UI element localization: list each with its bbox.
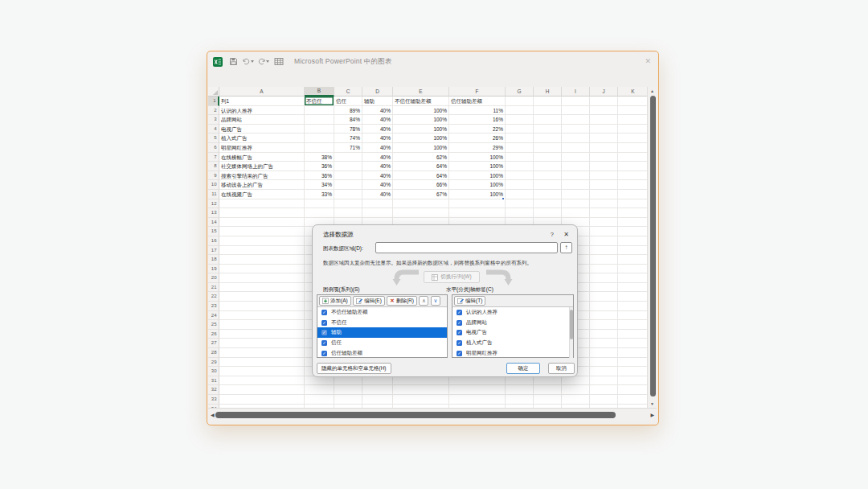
series-item-4[interactable]: ✓信任辅助差额 (317, 348, 447, 359)
cell-D7[interactable]: 40% (362, 153, 393, 162)
cell-A31[interactable] (219, 376, 305, 386)
cell-A26[interactable] (219, 330, 305, 339)
cell-A17[interactable] (219, 246, 305, 256)
row-header-5[interactable]: 5 (208, 134, 219, 143)
cell-K27[interactable] (618, 339, 649, 348)
cell-K28[interactable] (618, 348, 649, 358)
cell-K30[interactable] (618, 367, 649, 376)
cell-I10[interactable] (562, 180, 590, 190)
horizontal-scrollbar[interactable]: ◀ ▶ (208, 408, 657, 421)
cell-K11[interactable] (618, 190, 649, 199)
cell-K3[interactable] (618, 115, 649, 125)
checkbox[interactable]: ✓ (321, 310, 327, 315)
row-header-12[interactable]: 12 (208, 199, 219, 209)
cell-G4[interactable] (506, 125, 534, 134)
row-header-31[interactable]: 31 (208, 376, 219, 386)
cell-J26[interactable] (590, 330, 618, 339)
cell-K2[interactable] (618, 106, 649, 116)
cell-A23[interactable] (219, 302, 305, 311)
cell-F32[interactable] (449, 385, 506, 395)
cell-B2[interactable] (305, 106, 334, 116)
row-header-8[interactable]: 8 (208, 162, 219, 171)
cell-C7[interactable] (334, 153, 362, 162)
cell-J32[interactable] (590, 385, 618, 395)
cell-B6[interactable] (305, 143, 334, 153)
cell-C10[interactable] (334, 180, 362, 190)
cell-B4[interactable] (305, 125, 334, 134)
cell-E5[interactable]: 100% (393, 134, 449, 143)
cell-G12[interactable] (506, 199, 534, 209)
cell-C9[interactable] (334, 171, 362, 181)
cell-B7[interactable]: 38% (305, 153, 334, 162)
cell-C32[interactable] (334, 385, 362, 395)
edit-categories-button[interactable]: 编辑(T) (454, 296, 485, 306)
cell-E31[interactable] (393, 376, 449, 386)
cell-K22[interactable] (618, 292, 649, 302)
cell-K32[interactable] (618, 385, 649, 395)
move-up-icon[interactable]: ∧ (419, 296, 428, 306)
cell-E1[interactable]: 不信任辅助差额 (393, 97, 449, 106)
row-header-19[interactable]: 19 (208, 265, 219, 274)
cell-G1[interactable] (506, 97, 534, 106)
cell-I3[interactable] (562, 115, 590, 125)
column-header-E[interactable]: E (393, 87, 449, 97)
cell-E4[interactable]: 100% (393, 125, 449, 134)
cell-I32[interactable] (562, 385, 590, 395)
cell-I13[interactable] (562, 208, 590, 218)
cell-K1[interactable] (618, 97, 649, 106)
cell-A27[interactable] (219, 339, 305, 348)
cell-F10[interactable]: 100% (449, 180, 506, 190)
checkbox[interactable]: ✓ (457, 320, 462, 326)
row-header-3[interactable]: 3 (208, 115, 219, 125)
scroll-down-icon[interactable]: ▼ (648, 400, 657, 408)
cell-H12[interactable] (534, 199, 562, 209)
row-header-30[interactable]: 30 (208, 367, 219, 376)
cell-H4[interactable] (534, 125, 562, 134)
cell-G9[interactable] (506, 171, 534, 181)
cell-J5[interactable] (590, 134, 618, 143)
cell-B11[interactable]: 33% (305, 190, 334, 199)
cell-K15[interactable] (618, 227, 649, 236)
cell-H7[interactable] (534, 153, 562, 162)
row-header-20[interactable]: 20 (208, 273, 219, 283)
cell-K18[interactable] (618, 255, 649, 265)
row-header-32[interactable]: 32 (208, 385, 219, 395)
column-header-I[interactable]: I (562, 87, 590, 97)
cell-J22[interactable] (590, 292, 618, 302)
cell-E3[interactable]: 100% (393, 115, 449, 125)
cell-A19[interactable] (219, 265, 305, 274)
cell-D6[interactable]: 40% (362, 143, 393, 153)
cell-D1[interactable]: 辅助 (362, 97, 393, 106)
cell-I33[interactable] (562, 395, 590, 405)
row-header-14[interactable]: 14 (208, 218, 219, 228)
cell-A21[interactable] (219, 283, 305, 293)
cell-I7[interactable] (562, 153, 590, 162)
cell-K9[interactable] (618, 171, 649, 181)
row-header-26[interactable]: 26 (208, 330, 219, 339)
cell-A24[interactable] (219, 311, 305, 321)
cell-E7[interactable]: 62% (393, 153, 449, 162)
cell-A16[interactable] (219, 236, 305, 246)
redo-icon[interactable] (258, 56, 269, 67)
cell-J16[interactable] (590, 236, 618, 246)
cell-K4[interactable] (618, 125, 649, 134)
categories-list-scrollbar-thumb[interactable] (570, 310, 573, 339)
scroll-right-icon[interactable]: ▶ (650, 412, 654, 417)
cell-J9[interactable] (590, 171, 618, 181)
category-item-0[interactable]: ✓认识的人推荐 (452, 307, 573, 318)
cell-F12[interactable] (449, 199, 506, 209)
row-header-2[interactable]: 2 (208, 106, 219, 116)
window-close-icon[interactable]: ✕ (645, 56, 651, 66)
row-header-25[interactable]: 25 (208, 320, 219, 330)
cell-H11[interactable] (534, 190, 562, 199)
cell-H32[interactable] (534, 385, 562, 395)
category-item-2[interactable]: ✓电视广告 (452, 327, 573, 338)
cell-K20[interactable] (618, 273, 649, 283)
cell-F2[interactable]: 11% (449, 106, 506, 116)
collapse-dialog-icon[interactable]: ↑ (560, 242, 572, 253)
cell-J21[interactable] (590, 283, 618, 293)
cell-K17[interactable] (618, 246, 649, 256)
cell-A1[interactable]: 列1 (219, 97, 305, 106)
cell-A18[interactable] (219, 255, 305, 265)
cell-K26[interactable] (618, 330, 649, 339)
